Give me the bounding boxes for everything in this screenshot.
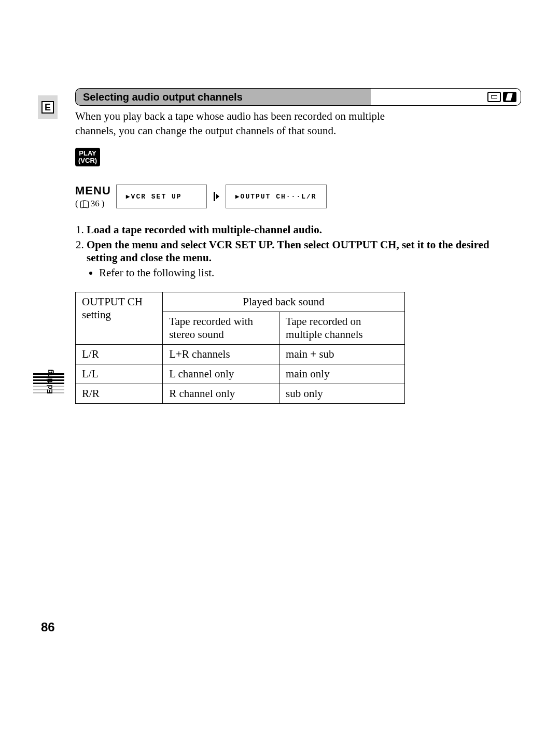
menu-page-ref: ( 36): [75, 199, 104, 209]
cell: main only: [279, 364, 405, 384]
cell: R/R: [76, 384, 163, 404]
instruction-steps: Load a tape recorded with multiple-chann…: [75, 223, 521, 279]
step-1-text: Load a tape recorded with multiple-chann…: [87, 223, 322, 236]
table-row: L/L L channel only main only: [76, 364, 405, 384]
book-icon: [80, 201, 89, 207]
cell: L/L: [76, 364, 163, 384]
step-1: Load a tape recorded with multiple-chann…: [87, 223, 521, 236]
step-2-text: Open the menu and select VCR SET UP. The…: [87, 238, 489, 264]
language-indicator: E: [38, 95, 58, 119]
menu-label-block: MENU ( 36): [75, 184, 111, 209]
cell: L+R channels: [163, 345, 279, 364]
menu-arrow-icon: [212, 191, 220, 202]
memory-card-icon: [503, 92, 516, 102]
step-2: Open the menu and select VCR SET UP. The…: [87, 238, 521, 279]
cell: L channel only: [163, 364, 279, 384]
section-title: Selecting audio output channels: [75, 88, 371, 106]
section-heading-bar: Selecting audio output channels: [75, 88, 521, 106]
language-letter: E: [41, 101, 54, 114]
col1-header: OUTPUT CH setting: [76, 292, 163, 345]
menu-step-box-1: ▶VCR SET UP: [116, 185, 207, 208]
table-row: R/R R channel only sub only: [76, 384, 405, 404]
col3-sub: Tape recorded on multiple channels: [279, 312, 405, 345]
menu-label: MENU: [75, 184, 111, 197]
cell: R channel only: [163, 384, 279, 404]
play-badge-line2: (VCR): [78, 157, 97, 164]
cell: sub only: [279, 384, 405, 404]
section-tab-label: Editing: [46, 370, 54, 394]
intro-text: When you play back a tape whose audio ha…: [75, 109, 407, 138]
menu-path-row: MENU ( 36) ▶VCR SET UP ▶OUTPUT CH···L/R: [75, 184, 521, 209]
manual-page: E Selecting audio output channels When y…: [39, 88, 521, 404]
col2-sub: Tape recorded with stereo sound: [163, 312, 279, 345]
page-content: Selecting audio output channels When you…: [75, 88, 521, 404]
menu-step-box-2: ▶OUTPUT CH···L/R: [226, 185, 327, 208]
cell: L/R: [76, 345, 163, 364]
step-2-sub-text: Refer to the following list.: [99, 266, 521, 279]
cell: main + sub: [279, 345, 405, 364]
output-channel-table: OUTPUT CH setting Played back sound Tape…: [75, 292, 405, 404]
menu-ref-number: 36: [91, 199, 100, 209]
step-2-sublist: Refer to the following list.: [87, 266, 521, 279]
page-number: 86: [41, 620, 55, 634]
table-row: L/R L+R channels main + sub: [76, 345, 405, 364]
table-header-row: OUTPUT CH setting Played back sound: [76, 292, 405, 312]
play-vcr-badge: PLAY (VCR): [75, 148, 100, 167]
col23-header: Played back sound: [163, 292, 405, 312]
cassette-icon: [487, 92, 501, 102]
play-badge-line1: PLAY: [79, 149, 96, 157]
section-mode-icons: [485, 88, 521, 106]
section-bar-spacer: [371, 88, 485, 106]
